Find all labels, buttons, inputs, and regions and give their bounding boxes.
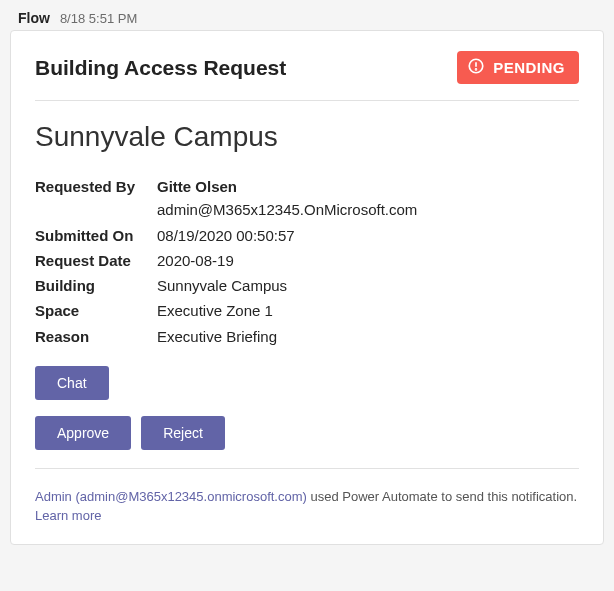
campus-title: Sunnyvale Campus [35,121,579,153]
footer-text: Admin (admin@M365x12345.onmicrosoft.com)… [35,487,579,526]
requester-email: admin@M365x12345.OnMicrosoft.com [157,201,417,218]
status-text: PENDING [493,59,565,76]
building-label: Building [35,274,153,297]
approve-button[interactable]: Approve [35,416,131,450]
card-title: Building Access Request [35,56,286,80]
footer-tail: used Power Automate to send this notific… [307,489,577,504]
reason-label: Reason [35,325,153,348]
card-header: Building Access Request PENDING [35,51,579,101]
message-header: Flow 8/18 5:51 PM [10,10,604,30]
chat-button[interactable]: Chat [35,366,109,400]
submitted-on-label: Submitted On [35,224,153,247]
admin-link[interactable]: Admin (admin@M365x12345.onmicrosoft.com) [35,489,307,504]
space-value: Executive Zone 1 [157,299,579,322]
status-badge: PENDING [457,51,579,84]
chat-row: Chat [35,366,579,400]
svg-point-2 [476,69,477,70]
reject-button[interactable]: Reject [141,416,225,450]
building-value: Sunnyvale Campus [157,274,579,297]
requester-name: Gitte Olsen [157,178,237,195]
space-label: Space [35,299,153,322]
adaptive-card: Building Access Request PENDING Sunnyval… [10,30,604,545]
sender-name: Flow [18,10,50,26]
learn-more-link[interactable]: Learn more [35,508,101,523]
details-grid: Requested By Gitte Olsen admin@M365x1234… [35,175,579,348]
submitted-on-value: 08/19/2020 00:50:57 [157,224,579,247]
reason-value: Executive Briefing [157,325,579,348]
requested-by-value: Gitte Olsen admin@M365x12345.OnMicrosoft… [157,175,579,222]
actions-row: Approve Reject [35,416,579,469]
request-date-label: Request Date [35,249,153,272]
alert-icon [467,57,485,78]
request-date-value: 2020-08-19 [157,249,579,272]
requested-by-label: Requested By [35,175,153,222]
message-timestamp: 8/18 5:51 PM [60,11,137,26]
